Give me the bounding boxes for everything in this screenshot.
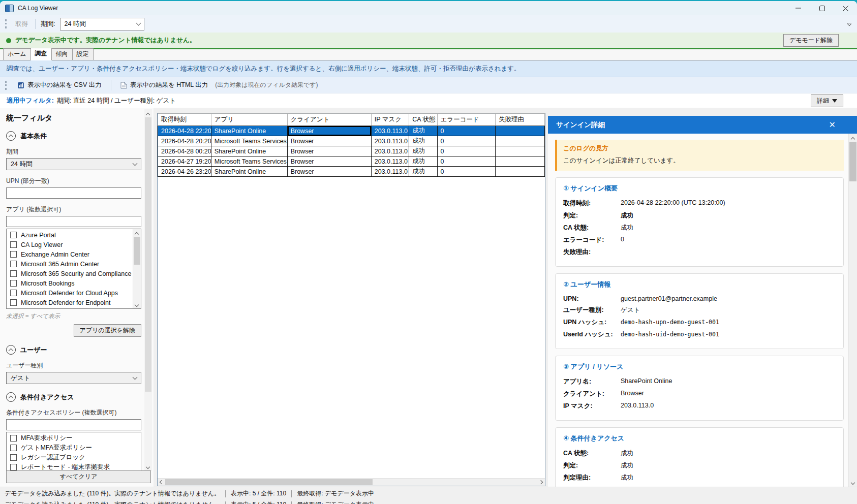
expander-user[interactable]: ユーザー: [6, 345, 141, 355]
checkbox[interactable]: [10, 270, 17, 277]
table-cell[interactable]: 0: [437, 126, 496, 136]
table-cell[interactable]: 2026-04-28 20:20:00: [158, 136, 211, 146]
table-cell[interactable]: Microsoft Teams Services: [211, 136, 287, 146]
table-row[interactable]: 2026-04-28 00:20:00SharePoint OnlineBrow…: [158, 146, 545, 156]
scroll-right-icon[interactable]: [539, 480, 543, 484]
table-cell[interactable]: Microsoft Teams Services: [211, 156, 287, 167]
table-row[interactable]: 2026-04-28 20:20:00Microsoft Teams Servi…: [158, 136, 545, 146]
list-item[interactable]: Microsoft Defender for Cloud Apps: [7, 288, 133, 298]
table-cell[interactable]: 203.0.113.0: [371, 156, 409, 167]
scrollbar-thumb[interactable]: [134, 237, 140, 265]
table-horizontal-scrollbar[interactable]: [158, 478, 545, 486]
table-cell[interactable]: 0: [437, 146, 496, 156]
export-html-button[interactable]: 表示中の結果を HTML 出力: [117, 80, 211, 90]
checkbox[interactable]: [10, 232, 17, 238]
checkbox[interactable]: [10, 261, 17, 267]
table-cell[interactable]: Browser: [287, 156, 371, 167]
tab-ホーム[interactable]: ホーム: [3, 48, 31, 60]
checkbox[interactable]: [10, 241, 17, 248]
scrollbar-thumb[interactable]: [145, 117, 151, 392]
checkbox[interactable]: [10, 280, 17, 287]
details-toggle-button[interactable]: 詳細: [811, 94, 843, 107]
checkbox[interactable]: [10, 454, 17, 461]
table-cell[interactable]: 0: [437, 167, 496, 177]
table-cell[interactable]: SharePoint Online: [211, 126, 287, 136]
demo-mode-release-button[interactable]: デモモード解除: [783, 34, 839, 47]
table-cell[interactable]: Browser: [287, 146, 371, 156]
list-item[interactable]: MFA要求ポリシー: [7, 433, 141, 443]
minimize-button[interactable]: [787, 1, 810, 15]
scroll-left-icon[interactable]: [160, 480, 164, 484]
table-cell[interactable]: 2026-04-27 19:20:00: [158, 156, 211, 167]
scroll-up-icon[interactable]: [851, 137, 855, 141]
table-row[interactable]: 2026-04-26 23:20:00SharePoint OnlineBrow…: [158, 167, 545, 177]
table-row[interactable]: 2026-04-28 22:20:00SharePoint OnlineBrow…: [158, 126, 545, 136]
scrollbar-thumb[interactable]: [849, 142, 856, 181]
table-cell[interactable]: 2026-04-26 23:20:00: [158, 167, 211, 177]
table-cell[interactable]: [496, 146, 545, 156]
upn-input[interactable]: [6, 187, 141, 199]
table-cell[interactable]: 成功: [409, 146, 437, 156]
table-cell[interactable]: SharePoint Online: [211, 167, 287, 177]
table-cell[interactable]: 2026-04-28 22:20:00: [158, 126, 211, 136]
ca-policy-search-input[interactable]: [6, 419, 141, 430]
tab-設定[interactable]: 設定: [72, 48, 94, 60]
table-cell[interactable]: 0: [437, 136, 496, 146]
scrollbar-thumb[interactable]: [165, 479, 373, 485]
close-button[interactable]: [834, 1, 857, 15]
column-header[interactable]: CA 状態: [409, 114, 437, 126]
list-item[interactable]: Exchange Admin Center: [7, 249, 133, 259]
list-item[interactable]: ゲストMFA要求ポリシー: [7, 443, 141, 453]
toolbar-overflow-button[interactable]: [847, 23, 852, 25]
checkbox[interactable]: [10, 435, 17, 442]
column-header[interactable]: 取得時刻: [158, 114, 211, 126]
list-item[interactable]: Microsoft Bookings: [7, 278, 133, 288]
scroll-down-icon[interactable]: [146, 465, 150, 469]
checkbox[interactable]: [10, 445, 17, 451]
table-cell[interactable]: 203.0.113.0: [371, 167, 409, 177]
column-header[interactable]: IP マスク: [371, 114, 409, 126]
table-cell[interactable]: Browser: [287, 126, 371, 136]
list-item[interactable]: レガシー認証ブロック: [7, 453, 141, 462]
table-cell[interactable]: 成功: [409, 136, 437, 146]
table-cell[interactable]: [496, 126, 545, 136]
detail-panel-scrollbar[interactable]: [848, 134, 857, 487]
sidebar-scrollbar[interactable]: [144, 109, 152, 471]
checkbox[interactable]: [10, 251, 17, 258]
maximize-button[interactable]: [810, 1, 834, 15]
table-cell[interactable]: 203.0.113.0: [371, 146, 409, 156]
checkbox[interactable]: [10, 290, 17, 296]
table-cell[interactable]: Browser: [287, 167, 371, 177]
export-csv-button[interactable]: 表示中の結果を CSV 出力: [14, 80, 105, 90]
table-row[interactable]: 2026-04-27 19:20:00Microsoft Teams Servi…: [158, 156, 545, 167]
list-item[interactable]: Microsoft 365 Admin Center: [7, 259, 133, 269]
table-cell[interactable]: [496, 136, 545, 146]
list-item[interactable]: Microsoft 365 Security and Compliance Ce…: [7, 269, 133, 278]
app-search-input[interactable]: [6, 216, 141, 227]
table-cell[interactable]: 203.0.113.0: [371, 136, 409, 146]
user-type-select[interactable]: ゲスト: [6, 372, 141, 384]
column-header[interactable]: 失敗理由: [496, 114, 545, 126]
close-icon[interactable]: ✕: [829, 121, 836, 129]
fetch-button[interactable]: 取得: [13, 20, 30, 28]
checkbox[interactable]: [10, 299, 17, 306]
table-cell[interactable]: 成功: [409, 156, 437, 167]
table-cell[interactable]: 成功: [409, 126, 437, 136]
table-cell[interactable]: SharePoint Online: [211, 146, 287, 156]
period-dropdown[interactable]: 24 時間: [60, 18, 144, 30]
expander-conditional-access[interactable]: 条件付きアクセス: [6, 392, 141, 402]
app-listbox-scrollbar[interactable]: [133, 229, 141, 308]
list-item[interactable]: Microsoft Defender for Endpoint: [7, 298, 133, 307]
column-header[interactable]: アプリ: [211, 114, 287, 126]
column-header[interactable]: エラーコード: [437, 114, 496, 126]
table-cell[interactable]: Browser: [287, 136, 371, 146]
clear-app-selection-button[interactable]: アプリの選択を解除: [74, 324, 141, 337]
table-cell[interactable]: 2026-04-28 00:20:00: [158, 146, 211, 156]
scroll-down-icon[interactable]: [851, 481, 855, 485]
table-cell[interactable]: 0: [437, 156, 496, 167]
tab-傾向[interactable]: 傾向: [51, 48, 73, 60]
scroll-up-icon[interactable]: [146, 113, 150, 117]
expander-basic-conditions[interactable]: 基本条件: [6, 131, 141, 141]
period-select[interactable]: 24 時間: [6, 158, 141, 170]
table-cell[interactable]: 成功: [409, 167, 437, 177]
